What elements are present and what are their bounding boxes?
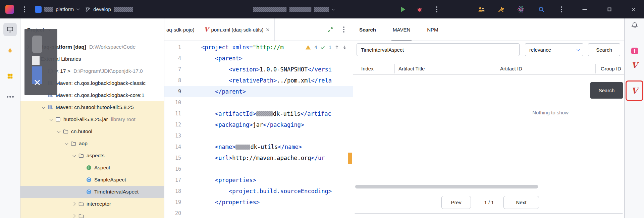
run-configuration-selector[interactable] xyxy=(253,7,334,12)
tree-item[interactable]: interceptor xyxy=(20,198,164,210)
chevron-down-icon[interactable] xyxy=(62,142,70,145)
code-line[interactable]: 11 <artifactId>dk-utils</artifac xyxy=(164,108,353,119)
line-number: 15 xyxy=(164,155,181,161)
more-icon xyxy=(9,96,11,98)
tree-item[interactable]: Aspect xyxy=(20,162,164,174)
tree-item[interactable]: SimpleAspect xyxy=(20,174,164,186)
window-menu-icon[interactable] xyxy=(557,5,566,14)
code-line[interactable]: 9 </parent> xyxy=(164,86,353,97)
package-icon xyxy=(77,201,85,207)
search-everywhere-button[interactable] xyxy=(538,6,545,13)
plugin-tool-button[interactable] xyxy=(629,45,640,57)
commit-tool-button[interactable] xyxy=(3,44,17,57)
code-line[interactable]: 4 <parent> xyxy=(164,53,353,64)
plugins-button[interactable] xyxy=(517,5,525,13)
more-run-actions-icon[interactable] xyxy=(432,5,441,14)
code-line[interactable]: 12 <packaging>jar</packaging> xyxy=(164,119,353,130)
minimize-button[interactable] xyxy=(583,9,587,10)
code-line[interactable]: 10 xyxy=(164,97,353,108)
editor-code[interactable]: 1<project xmlns="http://m4 <parent>7 <ve… xyxy=(164,41,353,218)
inspections-widget[interactable]: 4 1 xyxy=(303,43,350,52)
code-line[interactable]: 14 <name>dk-utils</name> xyxy=(164,141,353,152)
chevron-down-icon[interactable] xyxy=(47,118,54,121)
code-line[interactable]: 18 <project.build.sourceEncoding> xyxy=(164,185,353,197)
maven-v-tool-button[interactable]: V xyxy=(629,59,640,71)
code-line[interactable]: 16 xyxy=(164,163,353,174)
code-line[interactable]: 13 xyxy=(164,130,353,141)
tree-item[interactable]: aop xyxy=(20,138,164,150)
search-input[interactable] xyxy=(357,43,520,56)
code-line[interactable]: 19 </properties> xyxy=(164,197,353,208)
tools-button[interactable] xyxy=(498,6,505,13)
code-line[interactable]: 20 xyxy=(164,208,353,218)
bottom-scrollbar[interactable] xyxy=(355,213,623,214)
search-button[interactable]: Search xyxy=(588,43,620,56)
sort-select[interactable]: relevance xyxy=(525,43,583,56)
editor-options-icon[interactable] xyxy=(339,25,348,34)
left-activity-bar xyxy=(0,18,20,218)
tree-item[interactable]: cn.hutool xyxy=(20,125,164,138)
warning-icon xyxy=(305,45,311,50)
tree-item[interactable]: aspects xyxy=(20,150,164,162)
branch-selector[interactable]: develop xyxy=(85,6,133,12)
structure-tool-button[interactable] xyxy=(3,69,17,83)
code-text: <properties> xyxy=(201,177,256,183)
expand-editor-icon[interactable] xyxy=(327,26,333,33)
tree-item[interactable] xyxy=(20,210,164,218)
redacted-run-config xyxy=(289,7,312,12)
tree-item-hint: D:\Workspace\Code xyxy=(89,44,136,50)
pink-plus-icon xyxy=(631,47,639,55)
page-indicator: 1 / 1 xyxy=(478,196,500,209)
column-index[interactable]: Index xyxy=(361,62,374,75)
project-selector[interactable]: platform xyxy=(35,6,79,13)
arrow-up-icon[interactable] xyxy=(335,45,339,50)
redacted-branch-suffix xyxy=(114,7,133,12)
chevron-down-icon[interactable] xyxy=(70,154,77,157)
close-tab-icon[interactable] xyxy=(266,28,270,32)
notifications-button[interactable] xyxy=(629,19,640,31)
arrow-down-icon[interactable] xyxy=(342,45,347,50)
debug-button[interactable] xyxy=(417,6,423,12)
horizontal-scrollbar[interactable] xyxy=(355,185,538,188)
tree-item[interactable]: TimeIntervalAspect xyxy=(20,186,164,198)
search-icon xyxy=(538,6,545,13)
overlay-close-icon[interactable] xyxy=(33,78,41,87)
column-group-id[interactable]: Group ID xyxy=(601,62,621,75)
tab-npm[interactable]: NPM xyxy=(427,18,438,41)
prev-page-button[interactable]: Prev xyxy=(441,196,471,209)
annotation-count: 1 xyxy=(329,45,331,50)
chevron-down-icon xyxy=(76,7,80,10)
tree-item-hint: library root xyxy=(111,116,136,122)
interface-icon xyxy=(85,165,93,171)
maximize-button[interactable] xyxy=(608,7,611,11)
run-button[interactable] xyxy=(401,7,406,12)
chevron-down-icon[interactable] xyxy=(55,130,62,133)
chevron-right-icon[interactable] xyxy=(70,203,77,205)
tree-item[interactable]: Maven: cn.hutool:hutool-all:5.8.25 xyxy=(20,101,164,113)
code-line[interactable]: 17 <properties> xyxy=(164,174,353,185)
next-page-button[interactable]: Next xyxy=(503,196,539,209)
close-button[interactable] xyxy=(631,7,636,12)
tree-item[interactable]: hutool-all-5.8.25.jarlibrary root xyxy=(20,113,164,125)
chevron-down-icon[interactable] xyxy=(39,106,47,109)
editor-tab-active[interactable]: V pom.xml (daq-sdk-utils) xyxy=(199,18,275,41)
code-line[interactable]: 15 <url>http://maven.apache.org</ur xyxy=(164,152,353,163)
tree-item-label: cn.hutool xyxy=(71,128,92,134)
code-with-me-button[interactable] xyxy=(478,6,485,13)
code-text: <parent> xyxy=(201,55,243,62)
column-artifact-title[interactable]: Artifact Title xyxy=(398,62,425,75)
code-text: </properties> xyxy=(201,199,260,206)
line-number: 8 xyxy=(164,77,181,84)
editor-tab-partial[interactable]: aq-sdk-pojo) xyxy=(164,18,199,41)
tab-maven[interactable]: MAVEN xyxy=(393,18,410,41)
more-tool-windows-button[interactable] xyxy=(3,90,17,103)
tree-item-label: aspects xyxy=(87,153,104,159)
editor-tab-bar: aq-sdk-pojo) V pom.xml (daq-sdk-utils) xyxy=(164,18,353,41)
column-artifact-id[interactable]: Artifact ID xyxy=(500,62,522,75)
code-line[interactable]: 7 <version>1.0.0-SNAPSHOT</versi xyxy=(164,64,353,75)
code-line[interactable]: 8 <relativePath>../pom.xml</rela xyxy=(164,75,353,86)
chevron-right-icon[interactable] xyxy=(70,215,77,217)
project-tool-button[interactable] xyxy=(3,23,17,36)
atom-icon xyxy=(517,5,525,13)
main-menu-icon[interactable] xyxy=(20,5,29,14)
